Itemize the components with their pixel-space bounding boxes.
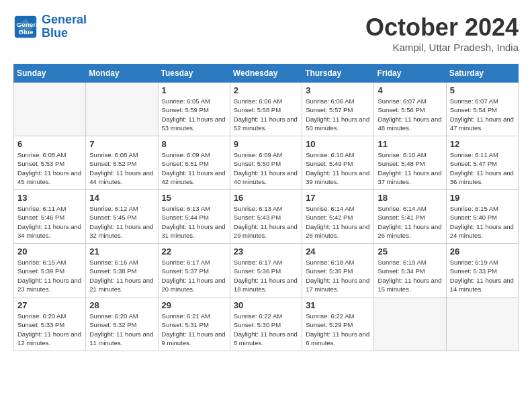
month-title: October 2024 — [365, 13, 519, 42]
header-day-saturday: Saturday — [446, 64, 518, 83]
header-day-tuesday: Tuesday — [158, 64, 230, 83]
day-number: 8 — [162, 139, 226, 149]
calendar-cell: 11Sunrise: 6:10 AMSunset: 5:48 PMDayligh… — [374, 136, 446, 190]
calendar-cell — [14, 83, 86, 136]
cell-details: Sunrise: 6:22 AMSunset: 5:30 PMDaylight:… — [234, 312, 298, 347]
day-number: 22 — [162, 246, 226, 257]
cell-details: Sunrise: 6:09 AMSunset: 5:50 PMDaylight:… — [234, 150, 298, 186]
cell-details: Sunrise: 6:16 AMSunset: 5:38 PMDaylight:… — [89, 258, 154, 293]
calendar-cell: 15Sunrise: 6:13 AMSunset: 5:44 PMDayligh… — [158, 190, 230, 244]
cell-details: Sunrise: 6:15 AMSunset: 5:40 PMDaylight:… — [450, 204, 515, 240]
header-day-monday: Monday — [86, 64, 158, 83]
page-header: General Blue General Blue October 2024 K… — [13, 13, 519, 53]
day-number: 26 — [450, 246, 515, 257]
cell-details: Sunrise: 6:08 AMSunset: 5:53 PMDaylight:… — [17, 150, 82, 186]
day-number: 19 — [450, 193, 515, 203]
cell-details: Sunrise: 6:20 AMSunset: 5:33 PMDaylight:… — [17, 312, 82, 347]
day-number: 7 — [89, 139, 154, 149]
calendar-cell: 8Sunrise: 6:09 AMSunset: 5:51 PMDaylight… — [158, 136, 230, 190]
cell-details: Sunrise: 6:14 AMSunset: 5:41 PMDaylight:… — [378, 204, 442, 240]
header-row: SundayMondayTuesdayWednesdayThursdayFrid… — [14, 64, 519, 83]
day-number: 2 — [234, 85, 298, 95]
calendar-cell: 19Sunrise: 6:15 AMSunset: 5:40 PMDayligh… — [446, 190, 518, 244]
calendar-cell: 5Sunrise: 6:07 AMSunset: 5:54 PMDaylight… — [446, 83, 518, 136]
calendar-cell: 7Sunrise: 6:08 AMSunset: 5:52 PMDaylight… — [86, 136, 158, 190]
day-number: 12 — [450, 139, 515, 149]
cell-details: Sunrise: 6:12 AMSunset: 5:45 PMDaylight:… — [89, 204, 154, 240]
calendar-cell: 17Sunrise: 6:14 AMSunset: 5:42 PMDayligh… — [302, 190, 374, 244]
day-number: 20 — [17, 246, 82, 257]
week-row-3: 20Sunrise: 6:15 AMSunset: 5:39 PMDayligh… — [14, 244, 519, 298]
cell-details: Sunrise: 6:13 AMSunset: 5:44 PMDaylight:… — [162, 204, 226, 240]
cell-details: Sunrise: 6:07 AMSunset: 5:54 PMDaylight:… — [450, 97, 515, 132]
svg-text:General: General — [17, 21, 38, 28]
calendar-cell: 22Sunrise: 6:17 AMSunset: 5:37 PMDayligh… — [158, 244, 230, 298]
cell-details: Sunrise: 6:22 AMSunset: 5:29 PMDaylight:… — [306, 312, 370, 347]
day-number: 4 — [378, 85, 442, 95]
calendar-cell: 3Sunrise: 6:06 AMSunset: 5:57 PMDaylight… — [302, 83, 374, 136]
day-number: 3 — [306, 85, 370, 95]
calendar-table: SundayMondayTuesdayWednesdayThursdayFrid… — [13, 64, 519, 351]
calendar-cell: 2Sunrise: 6:06 AMSunset: 5:58 PMDaylight… — [230, 83, 302, 136]
day-number: 10 — [306, 139, 370, 149]
day-number: 11 — [378, 139, 442, 149]
day-number: 17 — [306, 193, 370, 203]
calendar-cell: 20Sunrise: 6:15 AMSunset: 5:39 PMDayligh… — [14, 244, 86, 298]
calendar-cell: 27Sunrise: 6:20 AMSunset: 5:33 PMDayligh… — [14, 298, 86, 351]
day-number: 30 — [234, 300, 298, 310]
day-number: 21 — [89, 246, 154, 257]
day-number: 27 — [17, 300, 82, 310]
title-block: October 2024 Kampil, Uttar Pradesh, Indi… — [365, 13, 519, 53]
calendar-cell: 24Sunrise: 6:18 AMSunset: 5:35 PMDayligh… — [302, 244, 374, 298]
calendar-cell: 14Sunrise: 6:12 AMSunset: 5:45 PMDayligh… — [86, 190, 158, 244]
day-number: 5 — [450, 85, 515, 95]
day-number: 16 — [234, 193, 298, 203]
calendar-cell: 18Sunrise: 6:14 AMSunset: 5:41 PMDayligh… — [374, 190, 446, 244]
cell-details: Sunrise: 6:19 AMSunset: 5:34 PMDaylight:… — [378, 258, 442, 293]
day-number: 31 — [306, 300, 370, 310]
calendar-cell: 9Sunrise: 6:09 AMSunset: 5:50 PMDaylight… — [230, 136, 302, 190]
day-number: 14 — [89, 193, 154, 203]
day-number: 13 — [17, 193, 82, 203]
calendar-cell: 29Sunrise: 6:21 AMSunset: 5:31 PMDayligh… — [158, 298, 230, 351]
calendar-cell: 1Sunrise: 6:05 AMSunset: 5:59 PMDaylight… — [158, 83, 230, 136]
calendar-cell: 25Sunrise: 6:19 AMSunset: 5:34 PMDayligh… — [374, 244, 446, 298]
calendar-cell: 30Sunrise: 6:22 AMSunset: 5:30 PMDayligh… — [230, 298, 302, 351]
calendar-cell: 23Sunrise: 6:17 AMSunset: 5:36 PMDayligh… — [230, 244, 302, 298]
cell-details: Sunrise: 6:06 AMSunset: 5:57 PMDaylight:… — [306, 97, 370, 132]
calendar-cell: 26Sunrise: 6:19 AMSunset: 5:33 PMDayligh… — [446, 244, 518, 298]
day-number: 29 — [162, 300, 226, 310]
day-number: 24 — [306, 246, 370, 257]
cell-details: Sunrise: 6:14 AMSunset: 5:42 PMDaylight:… — [306, 204, 370, 240]
cell-details: Sunrise: 6:05 AMSunset: 5:59 PMDaylight:… — [162, 97, 226, 132]
svg-text:Blue: Blue — [19, 28, 34, 36]
week-row-1: 6Sunrise: 6:08 AMSunset: 5:53 PMDaylight… — [14, 136, 519, 190]
calendar-cell: 21Sunrise: 6:16 AMSunset: 5:38 PMDayligh… — [86, 244, 158, 298]
cell-details: Sunrise: 6:10 AMSunset: 5:49 PMDaylight:… — [306, 150, 370, 186]
calendar-cell: 10Sunrise: 6:10 AMSunset: 5:49 PMDayligh… — [302, 136, 374, 190]
header-day-friday: Friday — [374, 64, 446, 83]
cell-details: Sunrise: 6:09 AMSunset: 5:51 PMDaylight:… — [162, 150, 226, 186]
cell-details: Sunrise: 6:07 AMSunset: 5:56 PMDaylight:… — [378, 97, 442, 132]
cell-details: Sunrise: 6:13 AMSunset: 5:43 PMDaylight:… — [234, 204, 298, 240]
logo: General Blue General Blue — [13, 13, 87, 40]
calendar-cell — [374, 298, 446, 351]
cell-details: Sunrise: 6:17 AMSunset: 5:36 PMDaylight:… — [234, 258, 298, 293]
day-number: 6 — [17, 139, 82, 149]
calendar-cell — [446, 298, 518, 351]
day-number: 15 — [162, 193, 226, 203]
cell-details: Sunrise: 6:21 AMSunset: 5:31 PMDaylight:… — [162, 312, 226, 347]
cell-details: Sunrise: 6:11 AMSunset: 5:46 PMDaylight:… — [17, 204, 82, 240]
cell-details: Sunrise: 6:19 AMSunset: 5:33 PMDaylight:… — [450, 258, 515, 293]
cell-details: Sunrise: 6:06 AMSunset: 5:58 PMDaylight:… — [234, 97, 298, 132]
calendar-cell: 6Sunrise: 6:08 AMSunset: 5:53 PMDaylight… — [14, 136, 86, 190]
day-number: 9 — [234, 139, 298, 149]
location-subtitle: Kampil, Uttar Pradesh, India — [365, 42, 519, 53]
week-row-4: 27Sunrise: 6:20 AMSunset: 5:33 PMDayligh… — [14, 298, 519, 351]
calendar-cell: 4Sunrise: 6:07 AMSunset: 5:56 PMDaylight… — [374, 83, 446, 136]
logo-icon: General Blue — [13, 15, 38, 39]
day-number: 18 — [378, 193, 442, 203]
week-row-0: 1Sunrise: 6:05 AMSunset: 5:59 PMDaylight… — [14, 83, 519, 136]
calendar-cell: 31Sunrise: 6:22 AMSunset: 5:29 PMDayligh… — [302, 298, 374, 351]
calendar-cell — [86, 83, 158, 136]
